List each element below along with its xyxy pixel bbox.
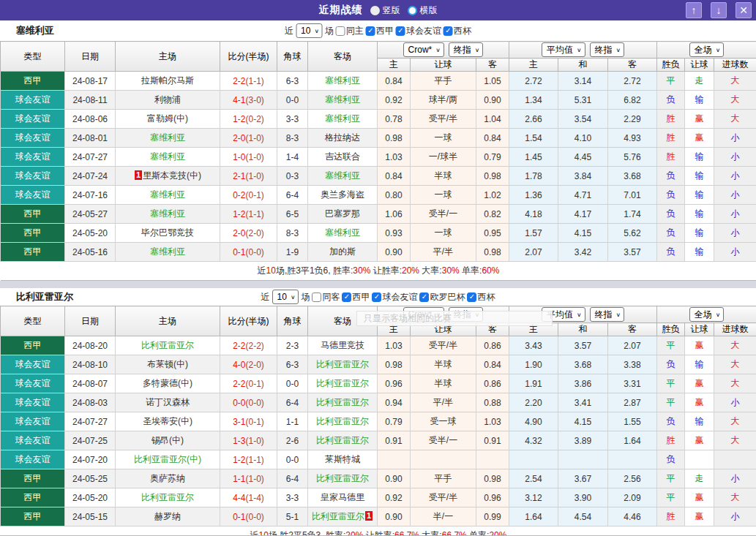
score-cell: 4-0(2-0): [220, 355, 277, 374]
halftime-score: (1-0): [246, 474, 264, 484]
average-odds-cell: 1.78: [509, 167, 558, 186]
match-date-cell: 24-05-27: [65, 205, 116, 224]
halftime-score: (1-1): [246, 455, 264, 465]
odds-source-select[interactable]: Crow*∨: [403, 42, 444, 57]
odds-final-select[interactable]: 终指∨: [449, 42, 484, 57]
average-select[interactable]: 平均值∨: [542, 42, 585, 57]
result-wdl-cell: 胜: [657, 507, 685, 526]
average-final-select[interactable]: 终指∨: [590, 307, 625, 322]
titlebar: 近期战绩 竖版 横版 ↑ ↓ ✕: [0, 0, 756, 20]
dropdown-group: 全场∨: [657, 307, 756, 322]
average-odds-cell: 4.93: [608, 129, 657, 148]
home-team-cell: 布莱顿(中): [116, 355, 220, 374]
match-type-cell: 球会友谊: [1, 148, 65, 167]
match-row: 西甲24-05-20比利亚雷亚尔4-4(1-4)3-3皇家马德里0.92受平/半…: [1, 488, 756, 507]
corner-cell: 3-3: [277, 488, 308, 507]
match-date-cell: 24-05-20: [65, 488, 116, 507]
summary-text: 30%: [353, 265, 370, 276]
home-team-cell: 比利亚雷亚尔(中): [116, 450, 220, 469]
match-type-cell: 球会友谊: [1, 355, 65, 374]
average-odds-cell: 3.67: [558, 469, 608, 488]
home-team-name: 塞维利亚: [150, 132, 185, 143]
same-venue-checkbox[interactable]: 同主: [336, 25, 364, 37]
match-count-select[interactable]: 10∨: [296, 23, 323, 38]
result-handicap-cell: 赢: [685, 336, 714, 355]
column-header: 主场: [116, 306, 220, 336]
score-cell: 1-3(1-0): [220, 431, 277, 450]
radio-unselected-icon: [408, 6, 417, 15]
handicap-odds-cell: 半球: [411, 167, 476, 186]
column-header: 日期: [65, 306, 116, 336]
average-odds-cell: [608, 450, 657, 469]
radio-selected-icon: [370, 6, 380, 15]
close-button[interactable]: ✕: [736, 2, 752, 18]
handicap-odds-cell: 0.93: [378, 224, 411, 243]
filter-league-checkbox[interactable]: ✓西甲: [366, 25, 394, 37]
filter-unit-label: 场: [325, 25, 334, 37]
odds-source-select-value: Crow*: [408, 45, 433, 55]
full-match-select[interactable]: 全场∨: [689, 307, 725, 322]
summary-text: 30%: [442, 265, 460, 276]
score-cell: 0-2(0-1): [220, 186, 277, 205]
average-odds-cell: 2.07: [608, 336, 657, 355]
filter-league-checkbox[interactable]: ✓球会友谊: [396, 25, 441, 37]
odds-group-header: 全场∨: [657, 42, 756, 58]
away-team-cell: 塞维利亚: [308, 167, 378, 186]
full-match-select[interactable]: 全场∨: [689, 42, 725, 57]
average-odds-cell: 4.17: [558, 205, 608, 224]
match-count-select[interactable]: 10∨: [272, 290, 299, 304]
average-odds-cell: 2.20: [509, 393, 558, 412]
average-odds-cell: 3.57: [608, 243, 657, 262]
move-down-button[interactable]: ↓: [711, 2, 727, 18]
summary-text: 场,胜2平5负3, 胜率:: [269, 530, 345, 536]
move-up-button[interactable]: ↑: [686, 2, 702, 18]
average-final-select[interactable]: 终指∨: [590, 42, 625, 57]
sub-column-header: 让球: [411, 58, 476, 72]
match-count-value: 10: [277, 292, 287, 302]
average-odds-cell: 2.72: [608, 72, 657, 91]
filter-unit-label: 场: [301, 291, 310, 303]
filter-league-checkbox[interactable]: ✓西杯: [444, 25, 471, 37]
column-header: 比分(半场): [220, 306, 277, 336]
result-handicap-cell: 赢: [685, 507, 714, 526]
away-team-name: 塞维利亚: [325, 113, 360, 124]
match-row: 球会友谊24-08-01塞维利亚2-0(1-0)8-3格拉纳达0.98一球0.8…: [1, 129, 756, 148]
sub-column-header: 客: [608, 323, 657, 336]
chevron-down-icon: ∨: [291, 294, 296, 301]
away-team-name: 比利亚雷亚尔: [316, 416, 369, 426]
result-handicap-cell: 输: [685, 186, 714, 205]
average-odds-cell: 6.82: [608, 91, 657, 110]
handicap-odds-cell: [378, 450, 411, 469]
dropdown-group: Crow*∨终指∨: [378, 42, 509, 57]
handicap-odds-cell: 受平/半: [411, 110, 476, 129]
team-section: 塞维利亚近10∨场同主✓西甲✓球会友谊✓西杯类型日期主场比分(半场)角球客场Cr…: [0, 20, 756, 281]
filter-league-checkbox[interactable]: ✓球会友谊: [372, 291, 417, 303]
match-filter: 近10∨场同主✓西甲✓球会友谊✓西杯: [285, 23, 471, 38]
average-odds-cell: 3.57: [558, 336, 608, 355]
result-handicap-cell: 输: [685, 205, 714, 224]
home-team-cell: 毕尔巴鄂竞技: [116, 224, 220, 243]
summary-text: 单率:: [460, 265, 482, 276]
same-venue-checkbox[interactable]: 同客: [312, 291, 340, 303]
sub-column-header: 进球数: [714, 323, 756, 336]
checkbox-icon: ✓: [396, 26, 405, 36]
column-header: 类型: [1, 42, 65, 72]
away-team-cell: 加的斯: [308, 243, 378, 262]
halftime-score: (0-1): [246, 417, 264, 427]
away-team-name: 马德里竞技: [321, 340, 364, 350]
home-team-name: 拉斯帕尔马斯: [141, 75, 194, 86]
halftime-score: (0-1): [246, 379, 264, 389]
average-odds-cell: 3.84: [558, 167, 608, 186]
match-date-cell: 24-07-20: [65, 450, 116, 469]
filter-league-checkbox[interactable]: ✓欧罗巴杯: [419, 291, 465, 303]
radio-vertical-layout[interactable]: 竖版: [370, 4, 400, 17]
average-odds-cell: 1.57: [509, 224, 558, 243]
filter-league-checkbox[interactable]: ✓西甲: [342, 291, 370, 303]
fulltime-score: 0-1: [233, 247, 245, 257]
radio-horizontal-layout[interactable]: 横版: [408, 4, 438, 17]
away-team-name: 加的斯: [329, 246, 356, 257]
summary-text: 20%: [489, 530, 506, 536]
filter-league-checkbox[interactable]: ✓西杯: [467, 291, 495, 303]
result-goals-cell: 大: [714, 374, 756, 393]
handicap-odds-cell: 0.98: [378, 355, 411, 374]
